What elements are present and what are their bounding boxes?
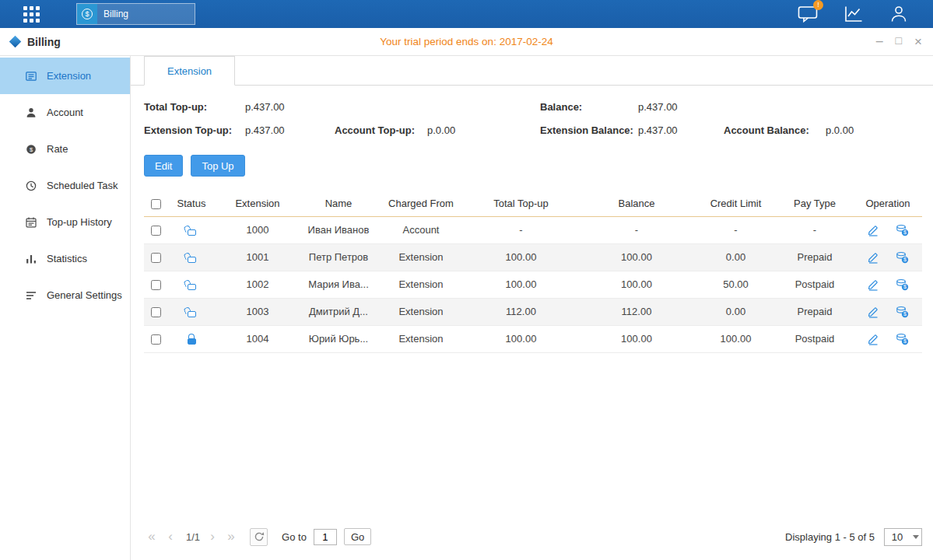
coin-icon: $ (24, 143, 37, 156)
refresh-icon[interactable] (250, 528, 268, 546)
summary-label: Account Top-up: (335, 124, 427, 136)
column-header-balance: Balance (577, 191, 696, 216)
close-icon[interactable] (914, 35, 922, 48)
apps-grid-icon[interactable] (23, 6, 40, 23)
page-size-select[interactable]: 10 (884, 528, 922, 546)
summary-label: Extension Top-up: (144, 124, 245, 136)
topup-coins-icon[interactable]: $ (896, 251, 909, 264)
cell-credit-limit: 0.00 (696, 243, 776, 271)
edit-pencil-icon[interactable] (867, 333, 879, 345)
edit-pencil-icon[interactable] (867, 251, 879, 264)
summary-extension-balance: Extension Balance: p.437.00 (540, 124, 724, 136)
page-size-value: 10 (885, 531, 910, 543)
previous-page-icon[interactable] (163, 528, 178, 545)
sidebar-item-scheduled-task[interactable]: Scheduled Task (0, 167, 130, 204)
calendar-icon (24, 216, 37, 229)
billing-dollar-icon (77, 4, 97, 24)
cell-charged-from: Extension (377, 243, 465, 271)
column-header-total-topup: Total Top-up (465, 191, 577, 216)
summary-total-topup: Total Top-up: p.437.00 (144, 101, 335, 113)
bar-chart-icon (24, 253, 37, 265)
summary-label: Total Top-up: (144, 101, 245, 113)
table-row[interactable]: 1000 Иван Иванов Account - - - - $ (144, 216, 922, 243)
topup-coins-icon[interactable]: $ (896, 278, 909, 291)
page-title: Billing (27, 36, 61, 48)
cell-extension: 1001 (216, 243, 300, 271)
row-checkbox[interactable] (151, 280, 161, 290)
sidebar: Extension Account $ Rate Scheduled Task … (0, 56, 131, 560)
line-chart-icon[interactable] (844, 5, 863, 23)
sidebar-item-account[interactable]: Account (0, 94, 130, 131)
edit-pencil-icon[interactable] (867, 278, 879, 291)
select-all-checkbox[interactable] (151, 199, 161, 209)
cell-balance: 100.00 (577, 325, 696, 352)
table-row[interactable]: 1001 Петр Петров Extension 100.00 100.00… (144, 243, 922, 271)
column-header-charged-from: Charged From (377, 191, 465, 216)
page-indicator: 1/1 (186, 531, 200, 543)
row-checkbox[interactable] (151, 307, 161, 317)
window-controls (870, 35, 922, 48)
action-buttons: Edit Top Up (131, 136, 933, 177)
table-row[interactable]: 1004 Юрий Юрь... Extension 100.00 100.00… (144, 325, 922, 352)
edit-pencil-icon[interactable] (867, 224, 879, 236)
cell-credit-limit: 100.00 (696, 325, 776, 352)
summary-spacer (724, 101, 920, 113)
pagination-right: Displaying 1 - 5 of 5 10 (785, 528, 922, 546)
chat-icon[interactable]: ! (798, 5, 818, 23)
cell-name: Иван Иванов (300, 216, 377, 243)
top-up-button[interactable]: Top Up (191, 155, 244, 177)
row-checkbox[interactable] (151, 226, 161, 236)
next-page-icon[interactable] (205, 528, 220, 545)
status-lock-icon[interactable] (185, 333, 198, 345)
sidebar-item-rate[interactable]: $ Rate (0, 131, 130, 167)
pagination-bar: 1/1 Go to Go Displaying 1 - 5 of 5 10 (131, 520, 933, 560)
summary-account-balance: Account Balance: p.0.00 (724, 124, 920, 136)
column-header-operation: Operation (854, 191, 922, 216)
summary-balance: Balance: p.437.00 (540, 101, 724, 113)
svg-text:$: $ (903, 229, 907, 235)
cell-name: Юрий Юрь... (300, 325, 377, 352)
status-lock-icon[interactable] (185, 278, 198, 291)
goto-page-input[interactable] (314, 529, 337, 545)
svg-text:$: $ (903, 257, 907, 262)
table-header-row: Status Extension Name Charged From Total… (144, 191, 922, 216)
user-icon[interactable] (889, 5, 908, 23)
trial-notice: Your trial period ends on: 2017-02-24 (0, 36, 933, 47)
cell-balance: 112.00 (577, 298, 696, 325)
minimize-icon[interactable] (876, 35, 883, 48)
summary-account-topup: Account Top-up: p.0.00 (335, 124, 540, 136)
topup-coins-icon[interactable]: $ (896, 306, 909, 318)
table-row[interactable]: 1003 Дмитрий Д... Extension 112.00 112.0… (144, 298, 922, 325)
summary-value: p.437.00 (638, 124, 678, 136)
cell-extension: 1000 (216, 216, 300, 243)
sidebar-item-general-settings[interactable]: General Settings (0, 277, 130, 313)
row-checkbox[interactable] (151, 253, 161, 263)
topbar-tab-billing[interactable]: Billing (76, 3, 195, 25)
edit-button[interactable]: Edit (144, 155, 183, 177)
summary-label: Account Balance: (724, 124, 826, 136)
topup-coins-icon[interactable]: $ (896, 224, 909, 236)
topup-coins-icon[interactable]: $ (896, 333, 909, 345)
status-lock-icon[interactable] (185, 224, 198, 236)
last-page-icon[interactable] (223, 528, 239, 545)
displaying-text: Displaying 1 - 5 of 5 (785, 531, 875, 543)
sidebar-item-statistics[interactable]: Statistics (0, 240, 130, 277)
go-button[interactable]: Go (344, 528, 371, 545)
summary-value: p.0.00 (427, 124, 455, 136)
tab-extension[interactable]: Extension (144, 56, 235, 86)
sidebar-item-label: Extension (47, 70, 91, 82)
status-lock-icon[interactable] (185, 306, 198, 318)
row-checkbox[interactable] (151, 334, 161, 345)
maximize-icon[interactable] (896, 35, 902, 48)
status-lock-icon[interactable] (185, 251, 198, 264)
edit-pencil-icon[interactable] (867, 306, 879, 318)
topbar-right-icons: ! (798, 5, 908, 23)
cell-pay-type: Prepaid (776, 298, 854, 325)
topbar-tab-label: Billing (103, 9, 128, 19)
notification-badge: ! (813, 0, 823, 10)
table-row[interactable]: 1002 Мария Ива... Extension 100.00 100.0… (144, 271, 922, 298)
sidebar-item-extension[interactable]: Extension (0, 58, 130, 94)
first-page-icon[interactable] (144, 528, 160, 545)
sidebar-item-topup-history[interactable]: Top-up History (0, 204, 130, 240)
cell-charged-from: Extension (377, 271, 465, 298)
